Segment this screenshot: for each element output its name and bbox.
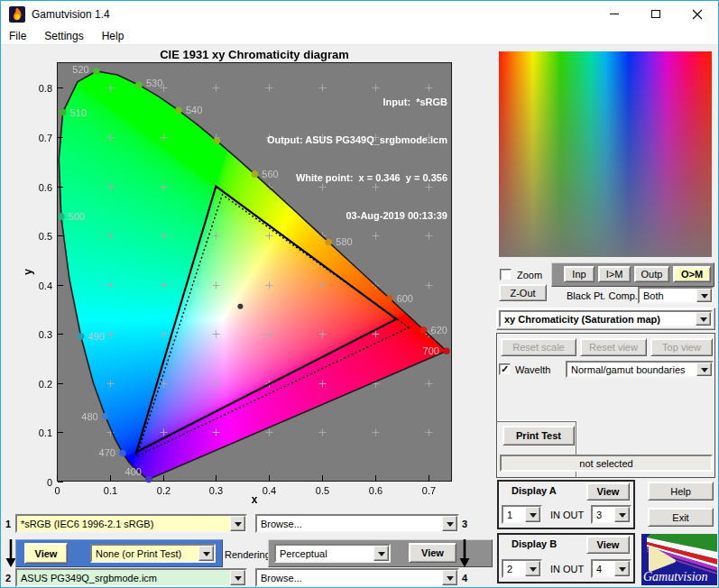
top-view-button[interactable]: Top view [650,338,713,356]
boundaries-combo[interactable]: Normal/gamut boundaries [566,361,714,378]
chart-annotations: Input: *sRGB Output: ASUS PG349Q_srgbmod… [154,70,447,247]
output-profile-combo[interactable]: ASUS PG349Q_srgbmode.icm [15,568,247,587]
chevron-down-icon [701,368,708,376]
display-b-inout-label: IN OUT [550,564,584,574]
black-pt-comp-combo[interactable]: Both [638,287,714,304]
maximize-button[interactable] [635,1,677,27]
wavelth-checkbox[interactable] [499,363,511,375]
input-browse-combo[interactable]: Browse... [255,514,459,533]
display-a-out-value: 3 [596,510,602,520]
app-icon [9,6,25,23]
chevron-down-icon [235,522,242,530]
dropdown-arrow[interactable] [198,546,214,561]
selection-status: not selected [500,455,713,472]
reset-view-button[interactable]: Reset view [580,338,647,356]
minimize-button[interactable] [594,1,635,27]
chevron-down-icon [619,567,626,575]
display-a-inout-label: IN OUT [550,510,584,520]
display-a-out-combo[interactable]: 3 [591,505,631,524]
print-test-intent-combo[interactable]: None (or Print Test) [90,544,216,563]
display-b-view-button[interactable]: View [586,536,630,554]
chevron-down-icon [530,513,537,521]
dropdown-arrow[interactable] [696,363,712,376]
chevron-down-icon [235,576,242,584]
dropdown-arrow[interactable] [442,516,457,531]
output-profile-value: ASUS PG349Q_srgbmode.icm [21,573,157,583]
help-button[interactable]: Help [648,482,714,501]
close-button[interactable] [677,1,718,27]
outp-button[interactable]: Outp [634,266,669,282]
maximize-icon [651,10,660,18]
dropdown-arrow[interactable] [442,570,457,585]
annotation-input: Input: *sRGB [154,96,447,108]
dropdown-arrow[interactable] [614,561,630,576]
input-profile-value: *sRGB (IEC6 1996-2.1 sRGB) [21,519,153,529]
chevron-down-icon [447,576,454,584]
display-a-in-value: 1 [507,510,512,520]
wavelth-label: Wavelth [515,364,550,375]
window-title: Gamutvision 1.4 [32,8,110,21]
black-pt-comp-value: Both [643,290,664,301]
output-browse-combo[interactable]: Browse... [255,568,459,587]
z-out-button[interactable]: Z-Out [499,284,547,301]
o-to-m-button[interactable]: O>M [673,266,711,282]
dropdown-arrow[interactable] [696,289,712,302]
slot-2-index: 2 [5,573,11,583]
menu-settings[interactable]: Settings [35,30,92,42]
view-mode-value: xy Chromaticity (Saturation map) [504,314,660,325]
menu-help[interactable]: Help [93,30,134,42]
gamutvision-logo: Gamutvision [641,534,717,585]
chevron-down-icon [619,513,626,521]
rendering-label: Rendering [225,549,271,560]
input-profile-combo[interactable]: *sRGB (IEC6 1996-2.1 sRGB) [15,514,247,533]
inp-button[interactable]: Inp [564,266,595,282]
print-test-button[interactable]: Print Test [502,426,575,446]
chevron-down-icon [701,294,708,302]
dropdown-arrow[interactable] [525,561,540,576]
annotation-output: Output: ASUS PG349Q_srgbmode.icm [154,133,447,146]
chevron-down-icon [447,522,454,530]
display-b-title: Display B [512,538,557,549]
dropdown-arrow[interactable] [373,546,389,561]
i-to-m-button[interactable]: I>M [598,266,631,282]
chart-title: CIE 1931 xy Chromaticity diagram [57,48,452,61]
slot-4-index: 4 [462,573,467,583]
black-pt-comp-label: Black Pt. Comp. [567,290,638,301]
input-browse-value: Browse... [261,519,302,529]
dropdown-arrow[interactable] [525,507,540,522]
zoom-checkbox[interactable] [500,269,512,280]
view-mode-combo[interactable]: xy Chromaticity (Saturation map) [499,310,713,327]
flow-arrow-down-right-icon [459,538,470,568]
reset-scale-button[interactable]: Reset scale [501,338,576,356]
display-a-view-button[interactable]: View [586,482,630,501]
rendering-intent-combo[interactable]: Perceptual [274,544,391,563]
slot-3-index: 3 [462,519,467,529]
boundaries-value: Normal/gamut boundaries [571,364,686,375]
annotation-date: 03-Aug-2019 00:13:39 [154,209,447,222]
view-input-button[interactable]: View [24,543,68,564]
display-b-out-combo[interactable]: 4 [591,559,631,578]
dropdown-arrow[interactable] [696,312,711,326]
dropdown-arrow[interactable] [614,507,630,522]
titlebar[interactable]: Gamutvision 1.4 [1,1,718,28]
display-a-in-combo[interactable]: 1 [502,505,542,524]
menu-file[interactable]: File [1,30,35,42]
chevron-down-icon [700,317,707,326]
minimize-icon [610,14,619,14]
close-icon [692,9,703,20]
gamut-map-preview [499,51,712,257]
dropdown-arrow[interactable] [230,570,245,585]
display-b-in-value: 2 [507,564,512,574]
display-a-title: Display A [512,485,557,496]
slot-1-index: 1 [5,519,11,529]
rendering-intent-value: Perceptual [280,548,327,559]
print-test-intent-value: None (or Print Test) [96,548,181,559]
display-b-out-value: 4 [596,564,602,574]
exit-button[interactable]: Exit [648,508,714,527]
logo-text: Gamutvision [643,570,708,583]
annotation-white-point: White point: x = 0.346 y = 0.356 [154,171,447,184]
dropdown-arrow[interactable] [230,516,245,531]
view-output-button[interactable]: View [409,543,456,563]
chevron-down-icon [203,552,210,560]
display-b-in-combo[interactable]: 2 [502,559,542,578]
